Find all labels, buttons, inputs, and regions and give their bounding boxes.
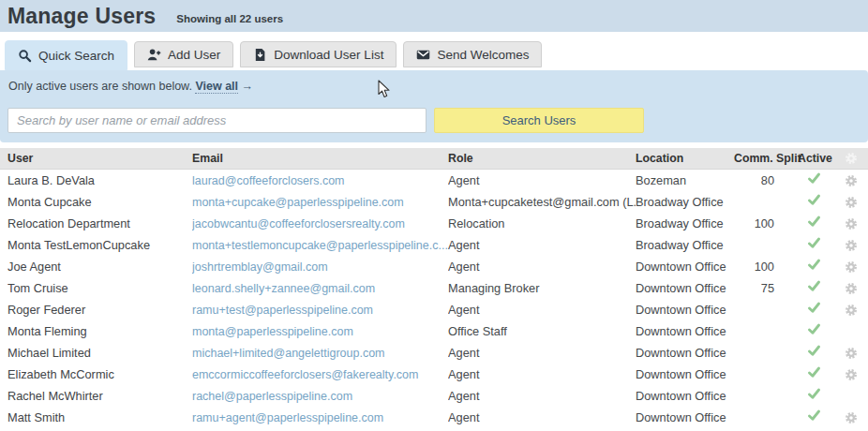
tab-label: Download User List bbox=[274, 48, 383, 62]
tab-download-user-list[interactable]: Download User List bbox=[240, 41, 397, 67]
user-location: Downtown Office bbox=[636, 389, 734, 403]
column-header-email: Email bbox=[192, 152, 448, 165]
user-role: Relocation bbox=[448, 216, 636, 230]
active-check-icon bbox=[807, 236, 821, 250]
table-row: Laura B. DeVala laurad@coffeeforclosers.… bbox=[0, 170, 868, 191]
row-settings-gear-icon[interactable] bbox=[845, 239, 858, 252]
user-location: Downtown Office bbox=[636, 281, 734, 295]
user-email-link[interactable]: leonard.shelly+zannee@gmail.com bbox=[192, 282, 375, 295]
column-header-active: Active bbox=[793, 152, 835, 165]
search-users-button[interactable]: Search Users bbox=[434, 108, 644, 133]
user-role: Agent bbox=[448, 260, 636, 274]
user-location: Broadway Office bbox=[636, 195, 734, 209]
user-role: Managing Broker bbox=[448, 281, 636, 295]
user-name-link[interactable]: Roger Federer bbox=[7, 303, 85, 317]
user-location: Downtown Office bbox=[636, 324, 734, 338]
table-header-row: User Email Role Location Comm. Split Act… bbox=[0, 148, 868, 170]
user-name-link[interactable]: Laura B. DeVala bbox=[7, 173, 95, 187]
active-check-icon bbox=[807, 344, 821, 358]
user-email-link[interactable]: joshrtremblay@gmail.com bbox=[192, 260, 328, 274]
user-name-link[interactable]: Relocation Department bbox=[7, 216, 130, 230]
table-row: Tom Cruise leonard.shelly+zannee@gmail.c… bbox=[0, 277, 868, 299]
user-name-link[interactable]: Michael Limited bbox=[7, 346, 91, 360]
user-location: Downtown Office bbox=[636, 367, 734, 381]
table-row: Elizabeth McCormic emccormiccoffeeforclo… bbox=[0, 364, 868, 385]
user-role: Agent bbox=[448, 173, 636, 187]
manage-users-page: Manage Users Showing all 22 users Quick … bbox=[0, 0, 868, 431]
user-table: User Email Role Location Comm. Split Act… bbox=[0, 148, 868, 428]
user-location: Downtown Office bbox=[636, 260, 734, 274]
user-email-link[interactable]: michael+limited@angelettigroup.com bbox=[192, 347, 385, 360]
user-role: Agent bbox=[448, 303, 636, 317]
user-email-link[interactable]: monta+cupcake@paperlesspipeline.com bbox=[192, 196, 404, 209]
active-check-icon bbox=[807, 279, 821, 293]
active-check-icon bbox=[807, 171, 821, 186]
row-settings-gear-icon[interactable] bbox=[845, 282, 858, 295]
row-settings-gear-icon[interactable] bbox=[845, 196, 858, 209]
user-role: Agent bbox=[448, 346, 636, 360]
active-check-icon bbox=[807, 258, 821, 272]
user-count-summary: Showing all 22 users bbox=[176, 13, 283, 24]
row-settings-gear-icon[interactable] bbox=[845, 304, 858, 317]
tab-send-welcomes[interactable]: Send Welcomes bbox=[403, 41, 542, 67]
user-location: Broadway Office bbox=[636, 238, 734, 252]
user-name-link[interactable]: Monta TestLemonCupcake bbox=[7, 238, 150, 252]
user-email-link[interactable]: laurad@coffeeforclosers.com bbox=[192, 174, 345, 187]
user-comm-split: 100 bbox=[734, 216, 793, 230]
user-location: Broadway Office bbox=[636, 216, 734, 230]
search-row: Search Users bbox=[7, 108, 644, 133]
user-email-link[interactable]: emccormiccoffeeforclosers@fakerealty.com bbox=[192, 368, 418, 381]
user-name-link[interactable]: Monta Fleming bbox=[7, 324, 87, 338]
user-comm-split: 80 bbox=[734, 173, 793, 187]
row-settings-gear-icon[interactable] bbox=[845, 411, 858, 424]
right-arrow-glyph: → bbox=[242, 80, 254, 93]
search-input[interactable] bbox=[7, 108, 427, 133]
table-row: Monta TestLemonCupcake monta+testlemoncu… bbox=[0, 234, 868, 256]
user-email-link[interactable]: ramu+test@paperlesspipeline.com bbox=[192, 304, 373, 317]
user-name-link[interactable]: Tom Cruise bbox=[7, 281, 68, 295]
user-name-link[interactable]: Matt Smith bbox=[7, 410, 65, 424]
view-all-link[interactable]: View all bbox=[195, 80, 238, 94]
row-settings-gear-icon[interactable] bbox=[845, 368, 858, 381]
user-name-link[interactable]: Joe Agent bbox=[7, 260, 61, 274]
user-email-link[interactable]: ramu+agent@paperlesspipeline.com bbox=[192, 411, 383, 424]
user-email-link[interactable]: rachel@paperlesspipeline.com bbox=[192, 390, 352, 403]
page-title: Manage Users bbox=[7, 4, 156, 29]
active-check-icon bbox=[807, 193, 821, 207]
tab-bar: Quick Search Add User Download User List… bbox=[0, 32, 868, 70]
active-check-icon bbox=[807, 387, 821, 401]
tab-label: Quick Search bbox=[38, 49, 114, 63]
user-location: Downtown Office bbox=[636, 303, 734, 317]
table-row: Roger Federer ramu+test@paperlesspipelin… bbox=[0, 299, 868, 320]
user-role: Monta+cupcaketest@gmail.com (L... bbox=[448, 195, 636, 209]
row-settings-gear-icon[interactable] bbox=[845, 217, 858, 230]
column-settings-gear-icon[interactable] bbox=[845, 152, 858, 165]
user-name-link[interactable]: Elizabeth McCormic bbox=[7, 367, 114, 381]
tab-quick-search[interactable]: Quick Search bbox=[5, 40, 127, 70]
tab-label: Add User bbox=[168, 48, 220, 62]
add-user-icon bbox=[147, 48, 161, 62]
table-row: Matt Smith ramu+agent@paperlesspipeline.… bbox=[0, 407, 868, 428]
user-role: Office Staff bbox=[448, 324, 636, 338]
user-email-link[interactable]: monta@paperlesspipeline.com bbox=[192, 325, 353, 338]
row-settings-gear-icon[interactable] bbox=[845, 260, 858, 274]
user-comm-split: 75 bbox=[734, 281, 793, 295]
row-settings-gear-icon[interactable] bbox=[845, 174, 858, 187]
page-header: Manage Users Showing all 22 users bbox=[0, 0, 868, 32]
active-check-icon bbox=[807, 322, 821, 336]
table-row: Joe Agent joshrtremblay@gmail.com Agent … bbox=[0, 256, 868, 277]
tab-label: Send Welcomes bbox=[437, 48, 529, 62]
user-email-link[interactable]: monta+testlemoncupcake@paperlesspipeline… bbox=[192, 239, 448, 252]
table-row: Monta Fleming monta@paperlesspipeline.co… bbox=[0, 320, 868, 342]
search-icon bbox=[18, 49, 32, 63]
user-location: Bozeman bbox=[636, 173, 734, 187]
active-check-icon bbox=[807, 365, 821, 379]
tab-add-user[interactable]: Add User bbox=[134, 41, 233, 67]
user-location: Downtown Office bbox=[636, 410, 734, 424]
user-name-link[interactable]: Rachel McWhirter bbox=[7, 389, 103, 403]
envelope-icon bbox=[416, 48, 430, 62]
user-name-link[interactable]: Monta Cupcake bbox=[7, 195, 92, 209]
user-email-link[interactable]: jacobwcantu@coffeeforclosersrealty.com bbox=[192, 217, 405, 230]
table-row: Rachel McWhirter rachel@paperlesspipelin… bbox=[0, 385, 868, 407]
row-settings-gear-icon[interactable] bbox=[845, 347, 858, 360]
